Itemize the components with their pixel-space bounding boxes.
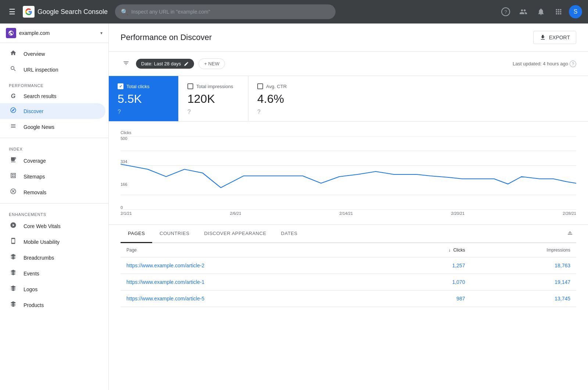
page-url-0[interactable]: https://www.example.com/article-2 bbox=[121, 257, 387, 274]
impressions-2[interactable]: 13,745 bbox=[471, 290, 576, 307]
sidebar-item-mobile-usability[interactable]: Mobile Usability bbox=[0, 234, 105, 250]
clicks-2[interactable]: 987 bbox=[387, 290, 471, 307]
total-impressions-label: Total impressions bbox=[196, 84, 233, 89]
bell-icon bbox=[537, 8, 545, 16]
apps-grid-icon bbox=[555, 8, 563, 16]
clicks-0[interactable]: 1,257 bbox=[387, 257, 471, 274]
table-row: https://www.example.com/article-5 987 13… bbox=[121, 290, 576, 307]
url-search-input[interactable] bbox=[131, 9, 330, 15]
chart-container: Clicks 500 334 166 bbox=[109, 122, 588, 225]
page-url-1[interactable]: https://www.example.com/article-1 bbox=[121, 274, 387, 290]
impressions-0[interactable]: 18,763 bbox=[471, 257, 576, 274]
tab-pages[interactable]: PAGES bbox=[121, 225, 152, 243]
help-icon-button[interactable]: ? bbox=[498, 4, 513, 19]
help-circle-icon[interactable]: ? bbox=[570, 61, 576, 67]
sidebar-item-sitemaps[interactable]: Sitemaps bbox=[0, 169, 105, 184]
sidebar-item-url-inspection[interactable]: URL inspection bbox=[0, 62, 105, 77]
core-web-vitals-icon bbox=[9, 222, 18, 230]
total-impressions-checkbox[interactable] bbox=[187, 83, 193, 89]
x-label-4: 2/28/21 bbox=[563, 211, 576, 216]
metric-total-impressions[interactable]: Total impressions 120K ? bbox=[179, 76, 248, 121]
discover-icon bbox=[9, 107, 18, 115]
logo-icon bbox=[23, 6, 35, 18]
sidebar-item-label-events: Events bbox=[24, 271, 39, 277]
page-url-2[interactable]: https://www.example.com/article-5 bbox=[121, 290, 387, 307]
total-clicks-help-icon[interactable]: ? bbox=[118, 109, 169, 115]
new-filter-button[interactable]: + NEW bbox=[198, 58, 225, 69]
filter-controls: Date: Last 28 days + NEW bbox=[121, 58, 225, 70]
total-impressions-value: 120K bbox=[187, 92, 239, 106]
metric-avg-ctr[interactable]: Avg. CTR 4.6% ? bbox=[248, 76, 318, 121]
property-selector[interactable]: example.com ▾ bbox=[0, 24, 108, 43]
sidebar-item-products[interactable]: Products bbox=[0, 297, 105, 313]
chevron-down-icon: ▾ bbox=[100, 30, 103, 36]
sidebar-item-overview[interactable]: Overview bbox=[0, 46, 105, 62]
clicks-1[interactable]: 1,070 bbox=[387, 274, 471, 290]
sidebar-item-label-overview: Overview bbox=[24, 51, 45, 57]
export-button-label: EXPORT bbox=[549, 35, 570, 40]
sidebar-item-label-mobile-usability: Mobile Usability bbox=[24, 239, 60, 245]
metrics-row: Total clicks 5.5K ? Total impressions 12… bbox=[109, 76, 588, 122]
coverage-icon bbox=[9, 156, 18, 165]
table-filter-icon[interactable] bbox=[564, 227, 576, 241]
sidebar-item-removals[interactable]: Removals bbox=[0, 184, 105, 200]
date-filter-button[interactable]: Date: Last 28 days bbox=[136, 59, 194, 69]
url-inspection-icon bbox=[9, 65, 18, 74]
metric-total-clicks[interactable]: Total clicks 5.5K ? bbox=[109, 76, 179, 121]
col-page: Page bbox=[121, 243, 387, 257]
col-clicks[interactable]: ↓ Clicks bbox=[387, 243, 471, 257]
filter-icon-button[interactable] bbox=[121, 58, 132, 70]
sidebar-item-core-web-vitals[interactable]: Core Web Vitals bbox=[0, 218, 105, 234]
last-updated-text: Last updated: 4 hours ago ? bbox=[513, 61, 576, 67]
table-row: https://www.example.com/article-1 1,070 … bbox=[121, 274, 576, 290]
total-impressions-help-icon[interactable]: ? bbox=[187, 109, 239, 115]
sidebar-item-label-google-news: Google News bbox=[24, 124, 54, 130]
sidebar-item-label-search-results: Search results bbox=[24, 93, 56, 99]
enhancements-section-label: Enhancements bbox=[0, 206, 108, 218]
tab-countries[interactable]: COUNTRIES bbox=[152, 225, 197, 243]
user-avatar[interactable]: S bbox=[569, 5, 582, 18]
notifications-icon-button[interactable] bbox=[534, 4, 548, 19]
app-logo: Google Search Console bbox=[23, 6, 108, 18]
sidebar-item-breadcrumbs[interactable]: Breadcrumbs bbox=[0, 250, 105, 266]
sidebar-item-coverage[interactable]: Coverage bbox=[0, 153, 105, 169]
sidebar-item-label-breadcrumbs: Breadcrumbs bbox=[24, 255, 54, 261]
page-header: Performance on Discover EXPORT bbox=[109, 24, 588, 52]
date-filter-label: Date: Last 28 days bbox=[141, 61, 181, 66]
tab-dates[interactable]: DATES bbox=[274, 225, 305, 243]
accounts-icon-button[interactable] bbox=[516, 4, 531, 19]
export-button[interactable]: EXPORT bbox=[533, 31, 576, 44]
chart-x-labels: 2/1/21 2/6/21 2/14/21 2/20/21 2/28/21 bbox=[121, 210, 576, 216]
menu-icon[interactable]: ☰ bbox=[6, 4, 18, 19]
chart-y-label: Clicks bbox=[121, 130, 576, 135]
sidebar-item-search-results[interactable]: G Search results bbox=[0, 89, 105, 103]
sidebar-item-label-logos: Logos bbox=[24, 286, 37, 292]
avg-ctr-help-icon[interactable]: ? bbox=[257, 109, 309, 115]
x-label-0: 2/1/21 bbox=[121, 211, 132, 216]
sidebar-item-discover[interactable]: Discover bbox=[0, 103, 105, 119]
mobile-usability-icon bbox=[9, 238, 18, 246]
impressions-1[interactable]: 19,147 bbox=[471, 274, 576, 290]
tab-discover-appearance[interactable]: DISCOVER APPEARANCE bbox=[197, 225, 273, 243]
removals-icon bbox=[9, 188, 18, 196]
sidebar-divider-1 bbox=[0, 138, 108, 138]
sidebar-item-google-news[interactable]: Google News bbox=[0, 119, 105, 135]
help-icon: ? bbox=[501, 7, 510, 16]
app-layout: example.com ▾ Overview URL inspection Pe… bbox=[0, 0, 588, 390]
search-results-icon: G bbox=[9, 93, 18, 100]
nav-icon-group: ? S bbox=[498, 4, 582, 19]
grid-icon-button[interactable] bbox=[551, 4, 566, 19]
sidebar-item-logos[interactable]: Logos bbox=[0, 281, 105, 297]
sidebar-item-events[interactable]: Events bbox=[0, 266, 105, 281]
table-header: Page ↓ Clicks Impressions bbox=[121, 243, 576, 257]
total-clicks-checkbox[interactable] bbox=[118, 83, 123, 89]
total-clicks-value: 5.5K bbox=[118, 92, 169, 106]
url-search-bar[interactable]: 🔍 bbox=[115, 4, 336, 19]
table-row: https://www.example.com/article-2 1,257 … bbox=[121, 257, 576, 274]
new-filter-label: + NEW bbox=[204, 61, 219, 66]
filter-icon bbox=[123, 60, 129, 66]
avg-ctr-checkbox[interactable] bbox=[257, 83, 263, 89]
total-clicks-label: Total clicks bbox=[126, 84, 150, 89]
chart-area: 500 334 166 0 bbox=[121, 136, 576, 210]
filter-bar: Date: Last 28 days + NEW Last updated: 4… bbox=[109, 52, 588, 76]
